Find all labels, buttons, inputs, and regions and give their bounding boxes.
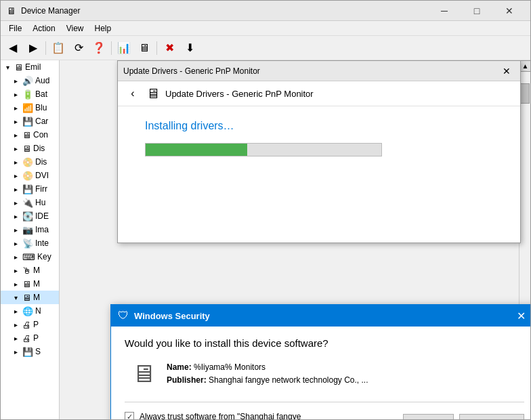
dm-window-controls: ─ □ ✕ bbox=[429, 1, 525, 21]
tree-item-16-arrow: ▾ bbox=[14, 294, 21, 301]
menu-view[interactable]: View bbox=[61, 22, 89, 35]
tree-item-20-icon: 💾 bbox=[22, 347, 33, 357]
update-dialog-body: Installing drivers… bbox=[118, 106, 520, 243]
toolbar-forward-btn[interactable]: ▶ bbox=[24, 39, 43, 58]
tree-item-10-icon: 💽 bbox=[22, 211, 33, 222]
update-dialog-title-text: Update Drivers - Generic PnP Monitor bbox=[123, 66, 498, 76]
tree-item-4[interactable]: ▸ 🖥 Con bbox=[1, 128, 59, 142]
scroll-up-arrow[interactable]: ▲ bbox=[519, 60, 530, 72]
tree-item-16[interactable]: ▾ 🖥 M bbox=[1, 291, 59, 304]
tree-item-15-icon: 🖥 bbox=[22, 279, 31, 289]
scroll-thumb[interactable] bbox=[519, 83, 530, 104]
tree-item-2-arrow: ▸ bbox=[14, 104, 21, 112]
security-device-text: Name: %Iiyama% Monitors Publisher: Shang… bbox=[167, 361, 368, 387]
progress-bar-fill bbox=[146, 144, 247, 156]
tree-item-7[interactable]: ▸ 📀 DVI bbox=[1, 169, 59, 182]
update-dialog-back-btn[interactable]: ‹ bbox=[125, 85, 141, 102]
tree-item-11[interactable]: ▸ 📷 Ima bbox=[1, 223, 59, 236]
menu-action[interactable]: Action bbox=[27, 22, 60, 35]
tree-item-17-label: N bbox=[35, 306, 41, 316]
tree-item-17-icon: 🌐 bbox=[22, 306, 33, 316]
tree-item-2-icon: 📶 bbox=[22, 103, 33, 113]
tree-item-9-icon: 🔌 bbox=[22, 198, 33, 208]
tree-item-17[interactable]: ▸ 🌐 N bbox=[1, 304, 59, 318]
install-button[interactable]: Install bbox=[403, 414, 454, 419]
device-name-row: Name: %Iiyama% Monitors bbox=[167, 361, 368, 374]
toolbar-download-btn[interactable]: ⬇ bbox=[180, 39, 199, 58]
tree-item-5[interactable]: ▸ 🖥 Dis bbox=[1, 142, 59, 155]
toolbar-update-btn[interactable]: ⟳ bbox=[69, 39, 88, 58]
device-name-label: Name: bbox=[167, 362, 194, 372]
minimize-button[interactable]: ─ bbox=[429, 1, 460, 21]
tree-item-13-arrow: ▸ bbox=[14, 253, 21, 261]
tree-item-19-arrow: ▸ bbox=[14, 335, 21, 342]
toolbar-sep-2 bbox=[111, 41, 112, 55]
right-panel: Update Drivers - Generic PnP Monitor ✕ ‹… bbox=[60, 60, 530, 419]
tree-item-18-label: P bbox=[33, 320, 39, 329]
security-body: Would you like to install this device so… bbox=[111, 327, 530, 419]
security-shield-icon: 🛡 bbox=[118, 310, 129, 322]
tree-item-16-label: M bbox=[33, 293, 40, 302]
tree-item-0[interactable]: ▸ 🔊 Aud bbox=[1, 74, 59, 87]
device-publisher-row: Publisher: Shanghai fangye network techn… bbox=[167, 374, 368, 387]
tree-item-20[interactable]: ▸ 💾 S bbox=[1, 345, 59, 358]
toolbar-view2-btn[interactable]: 🖥 bbox=[135, 39, 154, 58]
dont-install-button[interactable]: Don't Install bbox=[459, 414, 524, 419]
security-separator bbox=[125, 402, 524, 402]
tree-item-18[interactable]: ▸ 🖨 P bbox=[1, 318, 59, 331]
tree-item-8[interactable]: ▸ 💾 Firr bbox=[1, 182, 59, 196]
tree-item-4-icon: 🖥 bbox=[22, 130, 31, 140]
tree-panel: ▾ 🖥 Emil ▸ 🔊 Aud ▸ 🔋 Bat ▸ 📶 Blu ▸ bbox=[1, 60, 60, 419]
tree-item-9-label: Hu bbox=[35, 198, 45, 207]
tree-item-11-label: Ima bbox=[35, 225, 49, 234]
tree-item-11-arrow: ▸ bbox=[14, 226, 21, 234]
menu-help[interactable]: Help bbox=[89, 22, 117, 35]
tree-item-5-arrow: ▸ bbox=[14, 145, 21, 152]
toolbar-back-btn[interactable]: ◀ bbox=[3, 39, 22, 58]
tree-item-9[interactable]: ▸ 🔌 Hu bbox=[1, 196, 59, 209]
tree-item-3[interactable]: ▸ 💾 Car bbox=[1, 114, 59, 128]
tree-item-10[interactable]: ▸ 💽 IDE bbox=[1, 209, 59, 223]
tree-item-6[interactable]: ▸ 📀 Dis bbox=[1, 155, 59, 169]
toolbar-view1-btn[interactable]: 📊 bbox=[114, 39, 133, 58]
security-close-btn[interactable]: ✕ bbox=[511, 306, 530, 326]
update-dialog-close-btn[interactable]: ✕ bbox=[498, 63, 515, 79]
tree-item-14-arrow: ▸ bbox=[14, 267, 21, 274]
tree-item-14[interactable]: ▸ 🖱 M bbox=[1, 264, 59, 277]
tree-item-15[interactable]: ▸ 🖥 M bbox=[1, 277, 59, 291]
tree-item-16-icon: 🖥 bbox=[22, 293, 31, 303]
always-trust-label: Always trust software from "Shanghai fan… bbox=[140, 411, 301, 419]
dm-window-title: Device Manager bbox=[21, 6, 429, 16]
update-dialog-titlebar: Update Drivers - Generic PnP Monitor ✕ bbox=[118, 61, 520, 81]
tree-item-12-icon: 📡 bbox=[22, 238, 33, 249]
toolbar-remove-btn[interactable]: ✖ bbox=[160, 39, 179, 58]
toolbar-sep-3 bbox=[156, 41, 157, 55]
tree-item-12[interactable]: ▸ 📡 Inte bbox=[1, 236, 59, 250]
tree-item-5-label: Dis bbox=[33, 144, 45, 153]
always-trust-checkbox[interactable]: ✓ bbox=[125, 412, 134, 419]
toolbar: ◀ ▶ 📋 ⟳ ❓ 📊 🖥 ✖ ⬇ bbox=[1, 36, 530, 60]
tree-item-19[interactable]: ▸ 🖨 P bbox=[1, 331, 59, 345]
security-device-info: 🖥 Name: %Iiyama% Monitors Publisher: Sha… bbox=[125, 360, 524, 388]
device-manager-window: 🖥 Device Manager ─ □ ✕ File Action View … bbox=[0, 0, 531, 420]
tree-item-8-label: Firr bbox=[35, 184, 47, 194]
device-name-value: %Iiyama% Monitors bbox=[194, 362, 266, 372]
tree-item-13[interactable]: ▸ ⌨ Key bbox=[1, 250, 59, 264]
tree-item-1-label: Bat bbox=[35, 89, 47, 99]
toolbar-sep-1 bbox=[45, 41, 46, 55]
tree-item-1[interactable]: ▸ 🔋 Bat bbox=[1, 87, 59, 101]
update-drivers-dialog: Update Drivers - Generic PnP Monitor ✕ ‹… bbox=[117, 60, 521, 243]
tree-item-18-icon: 🖨 bbox=[22, 320, 31, 330]
toolbar-properties-btn[interactable]: 📋 bbox=[49, 39, 68, 58]
menu-file[interactable]: File bbox=[3, 22, 27, 35]
toolbar-help-btn[interactable]: ❓ bbox=[89, 39, 108, 58]
tree-item-2[interactable]: ▸ 📶 Blu bbox=[1, 101, 59, 114]
maximize-button[interactable]: □ bbox=[461, 1, 492, 21]
security-title-text: Windows Security bbox=[134, 311, 511, 321]
tree-item-20-arrow: ▸ bbox=[14, 348, 21, 356]
tree-root[interactable]: ▾ 🖥 Emil bbox=[1, 60, 59, 74]
dm-window-icon: 🖥 bbox=[6, 5, 17, 16]
security-buttons: Install Don't Install bbox=[403, 414, 524, 419]
tree-item-17-arrow: ▸ bbox=[14, 308, 21, 315]
close-button[interactable]: ✕ bbox=[494, 1, 525, 21]
